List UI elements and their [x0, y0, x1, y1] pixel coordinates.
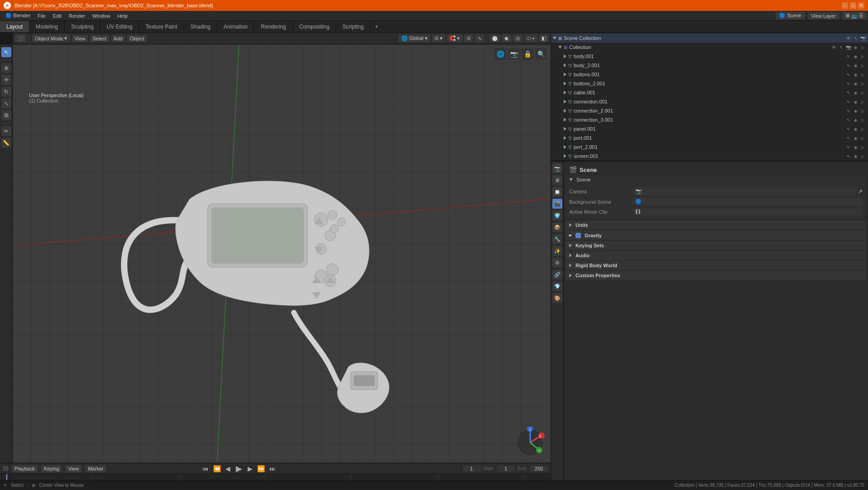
- props-tab-material[interactable]: 🎨: [552, 293, 562, 303]
- tool-annotate[interactable]: ✏: [1, 126, 11, 136]
- marker-btn[interactable]: Marker: [85, 465, 106, 472]
- connection-2-001-a3[interactable]: ▷: [860, 108, 866, 113]
- add-btn[interactable]: Add: [111, 35, 126, 42]
- tab-animation[interactable]: Animation: [217, 21, 254, 32]
- collection-render-btn[interactable]: 📷: [845, 45, 852, 50]
- connection-3-001-a1[interactable]: ↖: [845, 118, 852, 122]
- step-forward-btn[interactable]: ▶: [246, 464, 254, 473]
- snap-btn[interactable]: 🧲 ▾: [447, 34, 463, 42]
- connection-3-001-a2[interactable]: ◈: [853, 118, 859, 122]
- view-layer-selector[interactable]: View Layer: [808, 12, 839, 20]
- outliner-body-001[interactable]: ▽ body.001 ↖ ◈ ▷: [551, 52, 868, 61]
- current-frame-input[interactable]: 1: [463, 466, 481, 472]
- object-mode-btn[interactable]: Object Mode ▾: [32, 34, 70, 42]
- buttons-001-a2[interactable]: ◈: [853, 72, 859, 77]
- connection-001-a1[interactable]: ↖: [845, 99, 852, 104]
- xray-btn[interactable]: ◧: [539, 34, 549, 42]
- collection-extra[interactable]: ◈: [853, 45, 859, 50]
- viewport-shading-render[interactable]: ◎: [513, 34, 523, 42]
- connection-001-a2[interactable]: ◈: [853, 99, 859, 104]
- timeline-type-btn[interactable]: ⬛: [3, 466, 8, 471]
- viewport-lock-btn[interactable]: 🔒: [522, 48, 533, 60]
- camera-link-btn[interactable]: ↗: [858, 188, 863, 195]
- port-2-001-a1[interactable]: ↖: [845, 145, 852, 150]
- props-tab-world[interactable]: 🌍: [552, 211, 562, 220]
- connection-001-a3[interactable]: ▷: [860, 99, 866, 104]
- tab-scripting[interactable]: Scripting: [336, 21, 371, 32]
- collection-sel-btn[interactable]: ↖: [838, 45, 844, 50]
- viewport-search-btn[interactable]: 🔍: [535, 48, 547, 60]
- collection-vis-btn[interactable]: 👁: [831, 45, 837, 50]
- step-back-btn[interactable]: ◀: [224, 464, 232, 473]
- menu-edit[interactable]: Edit: [49, 12, 65, 20]
- props-tab-object[interactable]: 📦: [552, 222, 562, 232]
- keying-btn[interactable]: Keying: [41, 465, 62, 472]
- body-001-action3[interactable]: ▷: [860, 54, 866, 59]
- body-2-001-a3[interactable]: ▷: [860, 63, 866, 68]
- props-tab-data[interactable]: 💎: [552, 281, 562, 291]
- tab-texture-paint[interactable]: Texture Paint: [139, 21, 184, 32]
- menu-help[interactable]: Help: [114, 12, 132, 20]
- panel-001-a2[interactable]: ◈: [853, 127, 859, 132]
- view-btn-tl[interactable]: View: [65, 465, 82, 472]
- tool-rotate[interactable]: ↻: [1, 87, 11, 97]
- editor-type-btn[interactable]: ⬛: [15, 34, 26, 42]
- cable-001-a3[interactable]: ▷: [860, 90, 866, 95]
- menu-blender[interactable]: 🔵 Blender: [2, 12, 34, 20]
- outliner-buttons-2-001[interactable]: ▽ buttons_2.001 ↖ ◈ ▷: [551, 79, 868, 88]
- tool-transform[interactable]: ⊞: [1, 110, 11, 120]
- add-workspace-button[interactable]: +: [371, 21, 383, 32]
- close-button[interactable]: ✕: [858, 2, 864, 9]
- viewport-camera-options[interactable]: 📷: [508, 48, 520, 60]
- outliner-scene-collection[interactable]: ⊞ Scene Collection 👁 ↖ 📷: [551, 34, 868, 43]
- rigid-body-header[interactable]: Rigid Body World: [566, 261, 866, 270]
- cable-001-a1[interactable]: ↖: [845, 90, 852, 95]
- menu-file[interactable]: File: [34, 12, 49, 20]
- cable-001-a2[interactable]: ◈: [853, 90, 859, 95]
- jump-prev-keyframe-btn[interactable]: ⏪: [211, 464, 223, 473]
- scene-collection-render-btn[interactable]: 📷: [860, 36, 866, 41]
- gravity-section-header[interactable]: ▸ Gravity: [566, 230, 866, 240]
- keying-sets-header[interactable]: Keying Sets: [566, 241, 866, 250]
- port-001-a2[interactable]: ◈: [853, 136, 859, 141]
- connection-2-001-a1[interactable]: ↖: [845, 108, 852, 113]
- body-2-001-a1[interactable]: ↖: [845, 63, 852, 68]
- object-btn[interactable]: Object: [127, 35, 147, 42]
- screen-001-a1[interactable]: ↖: [845, 154, 852, 159]
- outliner-cable-001[interactable]: ▽ cable.001 ↖ ◈ ▷: [551, 88, 868, 97]
- viewport-shading-mat[interactable]: ◉: [502, 34, 512, 42]
- body-2-001-a2[interactable]: ◈: [853, 63, 859, 68]
- jump-next-keyframe-btn[interactable]: ⏩: [255, 464, 267, 473]
- 3d-viewport[interactable]: User Perspective (Local) (1) Collection …: [13, 44, 551, 463]
- props-tab-physics[interactable]: ⚙: [552, 258, 562, 268]
- props-tab-particles[interactable]: ✨: [552, 246, 562, 256]
- tool-scale[interactable]: ⤡: [1, 98, 11, 108]
- minimize-button[interactable]: −: [842, 2, 848, 9]
- tool-move[interactable]: ✛: [1, 75, 11, 85]
- screen-001-a2[interactable]: ◈: [853, 154, 859, 159]
- outliner-panel-001[interactable]: ▽ panel.001 ↖ ◈ ▷: [551, 124, 868, 133]
- bg-scene-input[interactable]: 🔵: [633, 198, 863, 206]
- axis-gizmo[interactable]: X Y Z: [514, 426, 546, 458]
- tab-layout[interactable]: Layout: [0, 21, 29, 32]
- port-001-a1[interactable]: ↖: [845, 136, 852, 141]
- port-2-001-a2[interactable]: ◈: [853, 145, 859, 150]
- tab-modeling[interactable]: Modeling: [29, 21, 65, 32]
- outliner-screen-001[interactable]: ▽ screen.001 ↖ ◈ ▷: [551, 152, 868, 161]
- tab-sculpting[interactable]: Sculpting: [65, 21, 100, 32]
- end-frame-input[interactable]: 250: [530, 466, 548, 472]
- proportional-btn[interactable]: ⊙: [464, 34, 473, 42]
- outliner-body-2-001[interactable]: ▽ body_2.001 ↖ ◈ ▷: [551, 61, 868, 70]
- audio-section-header[interactable]: Audio: [566, 251, 866, 260]
- tool-cursor[interactable]: ⊕: [1, 63, 11, 73]
- connection-3-001-a3[interactable]: ▷: [860, 118, 866, 122]
- panel-001-a1[interactable]: ↖: [845, 127, 852, 132]
- camera-value-input[interactable]: 📷: [633, 187, 856, 195]
- maximize-button[interactable]: □: [850, 2, 856, 9]
- jump-start-btn[interactable]: ⏮: [200, 464, 210, 473]
- tab-shading[interactable]: Shading: [184, 21, 217, 32]
- outliner-collection[interactable]: ⊞ Collection 👁 ↖ 📷 ◈ ▷: [551, 43, 868, 52]
- jump-end-btn[interactable]: ⏭: [268, 464, 278, 473]
- outliner-content[interactable]: ⊞ Scene Collection 👁 ↖ 📷 ⊞ Collection 👁 …: [551, 33, 868, 161]
- port-2-001-a3[interactable]: ▷: [860, 145, 866, 150]
